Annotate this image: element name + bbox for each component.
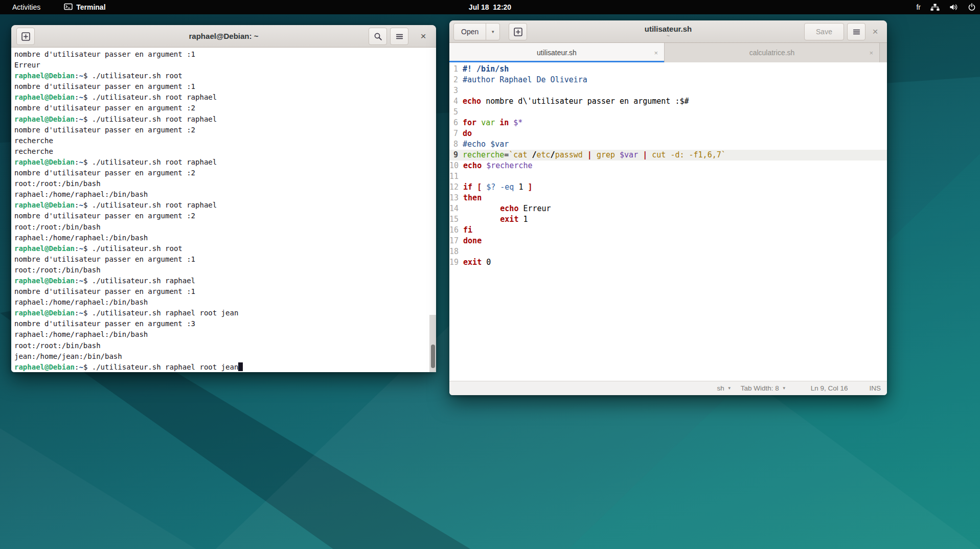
power-icon[interactable] bbox=[968, 3, 976, 11]
editor-menu-button[interactable] bbox=[847, 23, 865, 40]
line-number: 11 bbox=[449, 171, 463, 182]
open-dropdown-arrow-icon[interactable]: ▼ bbox=[486, 24, 499, 40]
search-button[interactable] bbox=[369, 28, 387, 45]
command-text: ./utilisateur.sh root bbox=[92, 72, 183, 80]
code-line: 6for var in $* bbox=[449, 118, 887, 128]
editor-statusbar: sh▼ Tab Width: 8▼ Ln 9, Col 16 INS bbox=[449, 381, 887, 395]
output-text: raphael:/home/raphael:/bin/bash bbox=[14, 190, 148, 198]
code-segment: #echo $var bbox=[463, 140, 509, 149]
code-segment: [ bbox=[477, 182, 482, 192]
code-editor[interactable]: 1#! /bin/sh2#author Raphael De Oliveira3… bbox=[449, 62, 887, 381]
terminal-line: recherche bbox=[14, 146, 435, 157]
output-text: raphael:/home/raphael:/bin/bash bbox=[14, 234, 148, 242]
open-button[interactable]: Open ▼ bbox=[453, 23, 500, 40]
prompt-path: ~ bbox=[79, 72, 83, 80]
code-segment: exit bbox=[500, 215, 518, 224]
code-segment bbox=[495, 182, 500, 192]
code-segment bbox=[482, 182, 486, 192]
line-number: 17 bbox=[449, 236, 463, 246]
code-line: 11 bbox=[449, 171, 887, 182]
tab-width-selector[interactable]: Tab Width: 8▼ bbox=[741, 384, 786, 392]
code-segment: 0 bbox=[482, 258, 491, 267]
terminal-line: root:/root:/bin/bash bbox=[14, 265, 435, 276]
terminal-line: raphael@Debian:~$ ./utilisateur.sh root … bbox=[14, 92, 435, 103]
code-line: 2#author Raphael De Oliveira bbox=[449, 75, 887, 85]
output-text: recherche bbox=[14, 136, 53, 145]
close-icon[interactable]: × bbox=[869, 25, 882, 38]
terminal-scrollbar[interactable] bbox=[429, 315, 436, 372]
terminal-line: nombre d'utilisateur passer en argument … bbox=[14, 168, 435, 178]
code-line: 15 exit 1 bbox=[449, 214, 887, 225]
line-number: 18 bbox=[449, 246, 463, 257]
code-segment bbox=[463, 204, 500, 213]
tab-close-icon[interactable]: × bbox=[654, 49, 658, 57]
language-selector[interactable]: sh▼ bbox=[717, 384, 732, 392]
tab-utilisateur.sh[interactable]: utilisateur.sh× bbox=[449, 43, 665, 62]
code-segment: then bbox=[463, 193, 482, 202]
tab-calculatrice.sh[interactable]: calculatrice.sh× bbox=[665, 43, 880, 62]
code-text: echo Erreur bbox=[463, 203, 551, 214]
terminal-output[interactable]: nombre d'utilisateur passer en argument … bbox=[11, 48, 436, 372]
new-tab-button[interactable] bbox=[16, 28, 35, 45]
output-text: root:/root:/bin/bash bbox=[14, 341, 101, 350]
code-text: then bbox=[463, 193, 482, 203]
code-line: 10echo $recherche bbox=[449, 161, 887, 171]
line-number: 16 bbox=[449, 225, 463, 236]
code-segment: etc bbox=[537, 150, 551, 159]
network-icon[interactable] bbox=[930, 4, 940, 11]
line-number: 3 bbox=[449, 85, 463, 96]
code-segment: exit bbox=[463, 258, 482, 267]
tab-close-icon[interactable]: × bbox=[869, 49, 873, 57]
output-text: nombre d'utilisateur passer en argument … bbox=[14, 169, 195, 177]
line-number: 12 bbox=[449, 182, 463, 193]
terminal-line: nombre d'utilisateur passer en argument … bbox=[14, 125, 435, 135]
cursor-position: Ln 9, Col 16 bbox=[811, 384, 848, 392]
output-text: nombre d'utilisateur passer en argument … bbox=[14, 82, 195, 90]
line-number: 15 bbox=[449, 214, 463, 225]
editor-window: Open ▼ utilisateur.sh ~ Save × utilisate… bbox=[449, 20, 887, 395]
open-button-label[interactable]: Open bbox=[454, 24, 486, 40]
code-segment bbox=[472, 182, 477, 192]
prompt-user: raphael@Debian bbox=[14, 201, 75, 209]
prompt-separator: $ bbox=[83, 72, 92, 80]
code-segment: in bbox=[499, 118, 509, 127]
code-line: 14 echo Erreur bbox=[449, 203, 887, 214]
code-segment bbox=[476, 118, 481, 127]
output-text: recherche bbox=[14, 147, 53, 155]
terminal-headerbar: raphael@Debian: ~ × bbox=[11, 25, 436, 48]
app-menu-button[interactable]: Terminal bbox=[59, 0, 110, 14]
code-text: #author Raphael De Oliveira bbox=[463, 75, 587, 85]
prompt-path: ~ bbox=[79, 244, 83, 253]
code-segment: passwd bbox=[555, 150, 587, 159]
code-segment: recherche bbox=[463, 150, 504, 159]
code-segment: echo bbox=[463, 161, 482, 170]
code-segment: / bbox=[551, 150, 555, 159]
volume-icon[interactable] bbox=[949, 3, 958, 11]
code-segment bbox=[495, 118, 499, 127]
activities-button[interactable]: Activities bbox=[7, 0, 45, 14]
line-number: 14 bbox=[449, 203, 463, 214]
save-button[interactable]: Save bbox=[804, 23, 844, 40]
keyboard-layout-indicator[interactable]: fr bbox=[916, 3, 921, 11]
terminal-line: root:/root:/bin/bash bbox=[14, 178, 435, 189]
line-number: 1 bbox=[449, 64, 463, 75]
code-segment: $recherche bbox=[486, 161, 532, 170]
close-icon[interactable]: × bbox=[417, 30, 430, 43]
top-bar: Activities Terminal Jul 18 12:20 fr bbox=[0, 0, 980, 14]
output-text: nombre d'utilisateur passer en argument … bbox=[14, 287, 195, 295]
code-segment: do bbox=[463, 129, 472, 138]
prompt-user: raphael@Debian bbox=[14, 309, 75, 317]
clock-button[interactable]: Jul 18 12:20 bbox=[469, 3, 511, 11]
code-text: echo nombre d\'utilisateur passer en arg… bbox=[463, 96, 689, 107]
tab-label: utilisateur.sh bbox=[537, 49, 577, 57]
line-number: 9 bbox=[449, 150, 463, 161]
code-segment: #author Raphael De Oliveira bbox=[463, 75, 587, 84]
prompt-separator: $ bbox=[83, 363, 92, 371]
menu-button[interactable] bbox=[390, 28, 408, 45]
terminal-line: raphael@Debian:~$ ./utilisateur.sh rapha… bbox=[14, 276, 435, 286]
terminal-line: raphael@Debian:~$ ./utilisateur.sh root … bbox=[14, 157, 435, 168]
editor-tabbar: utilisateur.sh×calculatrice.sh× bbox=[449, 43, 887, 62]
new-document-button[interactable] bbox=[509, 23, 527, 40]
prompt-path: ~ bbox=[79, 93, 83, 101]
scrollbar-thumb[interactable] bbox=[431, 345, 435, 368]
